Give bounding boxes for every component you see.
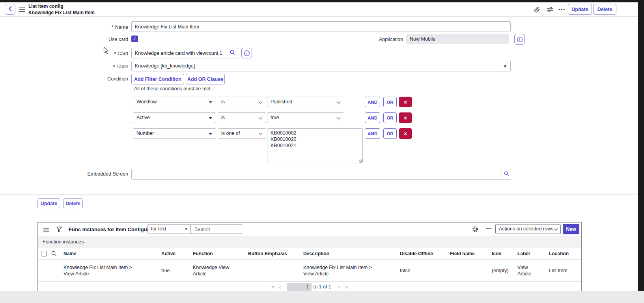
card-label: *Card	[49, 50, 128, 57]
or-button[interactable]: OR	[383, 128, 397, 139]
app-window: List item config Knowledge Fix List Main…	[0, 2, 638, 291]
current-page-input[interactable]: 1	[287, 283, 312, 291]
remove-condition-button[interactable]: ×	[399, 112, 412, 123]
related-list-toolbar: Func instances for Item Configuration fo…	[38, 223, 581, 236]
name-label: *Name	[49, 24, 128, 30]
chevron-down-icon	[259, 115, 263, 119]
column-search-icon[interactable]	[51, 251, 57, 258]
chevron-down-icon	[504, 65, 507, 67]
collapse-list-minus-icon[interactable]: —	[486, 225, 491, 231]
table-label: *Table	[49, 63, 128, 70]
column-header-active[interactable]: Active	[158, 251, 190, 256]
or-button[interactable]: OR	[383, 97, 397, 107]
record-name-title: Knowledge Fix List Main Item	[28, 9, 95, 16]
use-card-label: Use card	[49, 37, 128, 42]
and-button[interactable]: AND	[365, 128, 380, 139]
personalize-form-sliders-icon[interactable]	[546, 6, 554, 13]
back-button[interactable]	[5, 4, 15, 15]
and-button[interactable]: AND	[365, 112, 380, 123]
previous-page-icon[interactable]: ‹	[277, 284, 284, 290]
required-marker: *	[113, 63, 115, 70]
table-select[interactable]: Knowledge [kb_knowledge]	[131, 61, 511, 71]
select-all-checkbox[interactable]	[41, 251, 47, 256]
search-icon	[504, 171, 509, 178]
column-header-label[interactable]: Label	[514, 251, 546, 256]
condition-field-select[interactable]: Active	[133, 112, 216, 123]
embedded-screen-lookup-button[interactable]	[502, 169, 511, 180]
conditions-must-be-met-text: All of these conditions must be met	[134, 86, 211, 92]
condition-field-select[interactable]: Number	[133, 128, 216, 139]
update-button[interactable]: Update	[568, 4, 592, 15]
new-record-button[interactable]: New	[563, 224, 579, 234]
desktop-background-strip	[0, 291, 644, 303]
actions-on-selected-rows-select[interactable]: Actions on selected rows...	[495, 224, 561, 234]
application-info-icon[interactable]	[514, 34, 525, 45]
record-type-title: List item config	[28, 3, 95, 9]
or-button[interactable]: OR	[383, 112, 397, 123]
first-page-icon[interactable]: «	[269, 284, 277, 290]
column-header-function[interactable]: Function	[190, 251, 245, 256]
delete-button[interactable]: Delete	[593, 4, 616, 15]
condition-operator-select[interactable]: is	[218, 97, 266, 107]
remove-condition-button[interactable]: ×	[399, 97, 412, 107]
card-lookup-button[interactable]	[227, 48, 238, 58]
and-button[interactable]: AND	[365, 97, 380, 107]
row-location-value: List item	[546, 267, 581, 274]
attachment-paperclip-icon[interactable]	[533, 6, 541, 13]
search-type-select[interactable]: for text	[147, 224, 191, 234]
row-disable-offline-value: false	[397, 267, 447, 274]
condition-value-select[interactable]: true	[267, 112, 344, 123]
list-search-input[interactable]	[191, 224, 242, 234]
add-or-clause-button[interactable]: Add OR Clause	[186, 74, 225, 84]
chevron-down-icon	[337, 99, 341, 103]
column-header-name[interactable]: Name	[60, 251, 158, 256]
add-filter-condition-button[interactable]: Add Filter Condition	[131, 74, 184, 84]
last-page-icon[interactable]: »	[342, 284, 350, 290]
column-header-icon[interactable]: Icon	[489, 251, 514, 256]
chevron-down-icon	[337, 115, 341, 119]
form-context-menu-icon[interactable]	[19, 7, 25, 14]
chevron-left-icon	[8, 6, 12, 13]
condition-operator-select[interactable]: is	[218, 112, 266, 123]
name-input[interactable]	[131, 21, 511, 32]
column-header-location[interactable]: Location	[546, 251, 581, 256]
use-card-checkbox[interactable]: ✓	[131, 36, 138, 42]
chevron-down-icon	[259, 131, 263, 135]
embedded-screen-input[interactable]	[131, 169, 502, 180]
column-header-description[interactable]: Description	[300, 251, 397, 256]
column-header-disable-offline[interactable]: Disable Offline	[397, 251, 447, 256]
row-label-value: View Article	[514, 264, 546, 277]
next-page-icon[interactable]: ›	[336, 284, 343, 290]
footer-update-button[interactable]: Update	[37, 198, 60, 208]
condition-field-select[interactable]: Workflow	[133, 97, 216, 107]
more-options-ellipsis-icon[interactable]	[558, 6, 566, 13]
application-label: Application	[347, 37, 403, 42]
filter-funnel-icon[interactable]	[56, 226, 62, 234]
required-marker: *	[112, 24, 114, 30]
footer-delete-button[interactable]: Delete	[63, 198, 83, 208]
chevron-down-icon	[209, 101, 212, 103]
pagination-range-text: to 1 of 1	[313, 284, 331, 290]
textarea-resize-handle[interactable]	[359, 159, 362, 163]
row-active-value: true	[158, 267, 190, 274]
embedded-screen-label: Embedded Screen	[49, 171, 128, 177]
card-info-icon[interactable]	[241, 48, 252, 58]
column-header-field-name[interactable]: Field name	[447, 251, 489, 256]
row-description-value: Knowledge Fix List Main Item > View Arti…	[300, 264, 397, 277]
card-reference-input[interactable]	[131, 48, 227, 58]
row-function-link[interactable]: Knowledge View Article	[190, 264, 245, 277]
condition-value-textarea[interactable]: KB0010002 KB0010020 KB0010021	[267, 128, 363, 163]
table-row: Knowledge Fix List Main Item > View Arti…	[38, 259, 581, 281]
section-divider	[0, 195, 638, 195]
row-name-link[interactable]: Knowledge Fix List Main Item > View Arti…	[60, 264, 158, 277]
application-readonly-field: Now Mobile	[406, 34, 509, 44]
column-header-button-emphasis[interactable]: Button Emphasis	[245, 251, 300, 256]
remove-condition-button[interactable]: ×	[399, 128, 412, 139]
row-icon-value: (empty)	[489, 267, 514, 274]
condition-operator-select[interactable]: is one of	[218, 128, 266, 139]
list-settings-gear-icon[interactable]	[472, 226, 479, 234]
required-marker: *	[114, 50, 116, 57]
chevron-down-icon	[209, 117, 212, 119]
list-context-menu-icon[interactable]	[43, 227, 49, 234]
condition-value-select[interactable]: Published	[267, 97, 344, 107]
